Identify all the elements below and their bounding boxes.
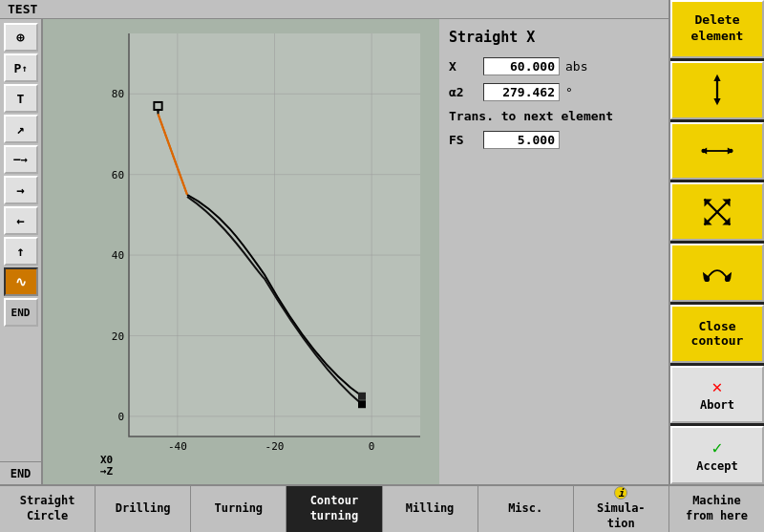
abort-label: Abort — [700, 398, 734, 412]
accept-label: Accept — [696, 459, 737, 473]
title-bar: TEST — [0, 0, 764, 19]
trans-label: Trans. to next element — [449, 109, 659, 123]
tab-machine-from-here[interactable]: Machinefrom here — [669, 486, 764, 532]
tab-drilling[interactable]: Drilling — [96, 486, 191, 532]
tab-contour-turning[interactable]: Contourturning — [286, 486, 382, 532]
field-label-x: X — [449, 59, 478, 74]
field-value-fs[interactable]: 5.000 — [483, 131, 560, 149]
drawing-canvas — [43, 19, 439, 484]
right-panel: Deleteelement — [668, 0, 764, 484]
toolbar-right-arrow-bar[interactable]: —→ — [4, 145, 38, 174]
delete-element-label: Deleteelement — [691, 12, 744, 45]
info-icon: i — [614, 486, 627, 500]
move-horizontal-icon — [700, 134, 734, 168]
move-vertical-button[interactable] — [670, 61, 764, 119]
svg-point-6 — [701, 149, 705, 153]
field-row-alpha: α2 279.462 ° — [449, 83, 659, 101]
field-unit-x: abs — [565, 59, 587, 74]
bottom-tabs: StraightCircle Drilling Turning Contourt… — [0, 484, 764, 532]
field-value-x[interactable]: 60.000 — [483, 57, 560, 75]
field-row-fs: FS 5.000 — [449, 131, 659, 149]
toolbar-p[interactable]: P↑ — [4, 53, 38, 82]
toolbar-t[interactable]: T — [4, 84, 38, 113]
field-unit-alpha: ° — [565, 85, 573, 99]
abort-icon: ✕ — [712, 376, 723, 397]
field-label-alpha: α2 — [449, 85, 478, 99]
curve-button[interactable] — [670, 244, 764, 302]
toolbar-diagonal[interactable]: ↗ — [4, 115, 38, 143]
toolbar-crosshair[interactable]: ⊕ — [4, 23, 38, 52]
curve-icon — [700, 255, 734, 289]
svg-marker-1 — [713, 74, 720, 81]
expand-icon — [700, 195, 734, 229]
tab-straight-circle[interactable]: StraightCircle — [0, 486, 96, 532]
svg-marker-2 — [713, 98, 720, 105]
tab-turning[interactable]: Turning — [191, 486, 286, 532]
end-label: END — [0, 461, 43, 484]
tab-simulation[interactable]: i Simula-tion — [574, 486, 669, 532]
field-value-alpha[interactable]: 279.462 — [483, 83, 560, 101]
toolbar-wave[interactable]: ∿ — [4, 267, 38, 296]
left-toolbar: ⊕ P↑ T ↗ —→ → ← ↑ ∿ END — [0, 19, 43, 484]
panel-title: Straight X — [449, 29, 659, 46]
toolbar-right-arrow[interactable]: → — [4, 176, 38, 204]
close-contour-button[interactable]: Closecontour — [670, 305, 764, 363]
delete-element-button[interactable]: Deleteelement — [670, 0, 764, 58]
expand-button[interactable] — [670, 182, 764, 241]
move-horizontal-button[interactable] — [670, 122, 764, 181]
info-panel: Straight X X 60.000 abs α2 279.462 ° Tra… — [439, 19, 668, 484]
tab-misc[interactable]: Misc. — [478, 486, 574, 532]
move-vertical-icon — [700, 73, 734, 107]
svg-point-7 — [729, 149, 732, 153]
close-contour-label: Closecontour — [691, 319, 744, 349]
accept-icon: ✓ — [712, 437, 723, 458]
accept-button[interactable]: ✓ Accept — [670, 426, 764, 484]
field-label-fs: FS — [449, 133, 478, 147]
toolbar-left-arrow[interactable]: ← — [4, 206, 38, 235]
tab-milling[interactable]: Milling — [383, 486, 478, 532]
canvas-area — [43, 19, 439, 484]
field-row-x: X 60.000 abs — [449, 57, 659, 75]
toolbar-end[interactable]: END — [4, 298, 38, 327]
app-title: TEST — [8, 2, 37, 16]
abort-button[interactable]: ✕ Abort — [670, 366, 764, 424]
toolbar-up-arrow2[interactable]: ↑ — [4, 237, 38, 266]
